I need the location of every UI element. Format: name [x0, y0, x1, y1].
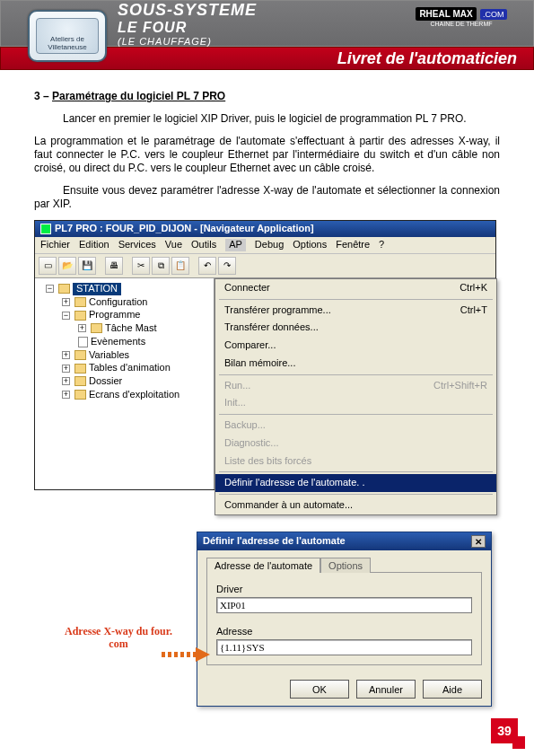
address-dialog: Définir l'adresse de l'automate ✕ Adress… [197, 532, 492, 707]
driver-label: Driver [216, 584, 472, 594]
tab-options[interactable]: Options [320, 558, 371, 573]
tree-dossier[interactable]: +Dossier [62, 375, 210, 388]
menu-liste-bits: Liste des bits forcés [215, 453, 496, 470]
menu-debug[interactable]: Debug [255, 239, 284, 251]
address-label: Adresse [216, 626, 472, 637]
tree-variables[interactable]: +Variables [62, 349, 210, 362]
menu-comparer[interactable]: Comparer... [215, 337, 496, 355]
booklet-title: Livret de l'automaticien [337, 49, 517, 68]
brand-tagline: CHAINE DE THERMF [395, 21, 528, 27]
brand-badge: RHEAL MAX [416, 7, 476, 21]
menu-sep [219, 299, 493, 300]
page-header: Ateliers de Villetaneuse SOUS-SYSTEME LE… [0, 0, 534, 77]
dialog-titlebar: Définir l'adresse de l'automate ✕ [197, 532, 491, 550]
titlebar: PL7 PRO : FOUR_PID_DIJON - [Navigateur A… [35, 221, 495, 237]
cancel-button[interactable]: Annuler [356, 680, 416, 699]
toolbar-sep [191, 257, 197, 275]
menu-init: Init... [215, 394, 496, 412]
app-icon [40, 224, 51, 234]
menu-connecter[interactable]: ConnecterCtrl+K [215, 279, 496, 297]
menu-options[interactable]: Options [293, 239, 327, 251]
tree-programme[interactable]: −Programme [62, 309, 210, 321]
driver-input[interactable] [216, 597, 472, 613]
menu-sep [219, 471, 493, 472]
close-icon[interactable]: ✕ [471, 535, 486, 548]
menu-bilan[interactable]: Bilan mémoire... [215, 355, 496, 373]
tree-pane: −STATION +Configuration −Programme +Tâch… [35, 278, 214, 489]
menu-commander[interactable]: Commander à un automate... [215, 497, 496, 514]
section-heading: 3 – Paramétrage du logiciel PL 7 PRO [34, 90, 500, 103]
tree-root[interactable]: −STATION [46, 283, 210, 295]
logo-text: Ateliers de Villetaneuse [36, 18, 99, 54]
menu-transf-data[interactable]: Transférer données... [215, 319, 496, 337]
menu-transf-prog[interactable]: Transférer programme...Ctrl+T [215, 302, 496, 320]
tool-print-icon[interactable]: 🖶 [105, 257, 123, 275]
pl7-window: PL7 PRO : FOUR_PID_DIJON - [Navigateur A… [34, 220, 496, 490]
app-body: −STATION +Configuration −Programme +Tâch… [35, 278, 495, 489]
menu-sep [219, 494, 493, 495]
menu-edition[interactable]: Edition [79, 239, 109, 251]
menu-definir-adresse[interactable]: Définir l'adresse de l'automate. . [215, 474, 496, 492]
window-title: PL7 PRO : FOUR_PID_DIJON - [Navigateur A… [55, 223, 314, 235]
toolbar-sep [125, 257, 130, 275]
paragraph-1: Lancer en premier le logiciel XIP Driver… [34, 112, 500, 126]
menu-diagnostic: Diagnostic... [215, 435, 496, 453]
help-button[interactable]: Aide [423, 680, 482, 699]
header-line2: LE FOUR [118, 20, 257, 36]
document-body: 3 – Paramétrage du logiciel PL 7 PRO Lan… [0, 77, 534, 490]
tree-configuration[interactable]: +Configuration [62, 296, 210, 309]
menubar: Fichier Edition Services Vue Outils AP D… [35, 237, 495, 254]
tool-copy-icon[interactable]: ⧉ [152, 257, 170, 275]
header-band: Ateliers de Villetaneuse SOUS-SYSTEME LE… [0, 0, 534, 47]
tool-redo-icon[interactable]: ↷ [218, 257, 236, 275]
tool-save-icon[interactable]: 💾 [78, 257, 96, 275]
header-text: SOUS-SYSTEME LE FOUR (LE CHAUFFAGE) [118, 1, 257, 47]
header-brand: RHEAL MAX .COM CHAINE DE THERMF [395, 4, 528, 44]
tree-evenements[interactable]: Evènements [78, 336, 210, 348]
tree-tables-animation[interactable]: +Tables d'animation [62, 362, 210, 374]
menu-fenetre[interactable]: Fenêtre [336, 239, 370, 251]
header-line1: SOUS-SYSTEME [118, 1, 257, 20]
annotation-text: Adresse X-way du four. com [56, 626, 181, 651]
tool-open-icon[interactable]: 📂 [58, 257, 76, 275]
tool-new-icon[interactable]: ▭ [39, 257, 57, 275]
tool-paste-icon[interactable]: 📋 [171, 257, 189, 275]
paragraph-2: La programmation et le paramétrage de l'… [34, 135, 500, 175]
toolbar-sep [98, 257, 103, 275]
menu-outils[interactable]: Outils [191, 239, 216, 251]
menu-sep [219, 414, 493, 415]
ap-dropdown: ConnecterCtrl+K Transférer programme...C… [214, 278, 497, 515]
section-title: Paramétrage du logiciel PL 7 PRO [52, 90, 225, 102]
paragraph-3: Ensuite vous devez paramétrer l'adresse … [34, 184, 500, 211]
menu-help[interactable]: ? [379, 239, 384, 251]
dialog-body: Adresse de l'automate Options Driver Adr… [197, 550, 491, 672]
dialog-buttons: OK Annuler Aide [197, 672, 491, 706]
section-number: 3 – [34, 90, 52, 102]
menu-ap[interactable]: AP [225, 239, 246, 251]
tree-tache-mast[interactable]: +Tâche Mast [78, 322, 210, 335]
tree-ecrans[interactable]: +Ecrans d'exploitation [62, 389, 210, 401]
menu-sep [219, 374, 493, 375]
toolbar: ▭ 📂 💾 🖶 ✂ ⧉ 📋 ↶ ↷ [35, 254, 495, 278]
ok-button[interactable]: OK [290, 680, 349, 699]
tool-cut-icon[interactable]: ✂ [132, 257, 150, 275]
tab-strip: Adresse de l'automate Options [206, 558, 482, 573]
tool-undo-icon[interactable]: ↶ [198, 257, 216, 275]
com-badge: .COM [480, 9, 507, 20]
header-sub: (LE CHAUFFAGE) [118, 36, 257, 47]
address-input[interactable] [216, 639, 472, 655]
menu-fichier[interactable]: Fichier [40, 239, 70, 251]
tab-adresse[interactable]: Adresse de l'automate [206, 558, 320, 573]
tree: −STATION +Configuration −Programme +Tâch… [39, 283, 210, 401]
logo-emblem: Ateliers de Villetaneuse [28, 10, 107, 62]
menu-services[interactable]: Services [118, 239, 156, 251]
annotation-arrow-icon [162, 648, 215, 661]
tab-content: Driver Adresse [206, 572, 482, 665]
dialog-title: Définir l'adresse de l'automate [203, 535, 346, 548]
menu-run: Run...Ctrl+Shift+R [215, 377, 496, 395]
menu-vue[interactable]: Vue [165, 239, 182, 251]
page-number: 39 [491, 718, 518, 743]
menu-backup: Backup... [215, 417, 496, 435]
